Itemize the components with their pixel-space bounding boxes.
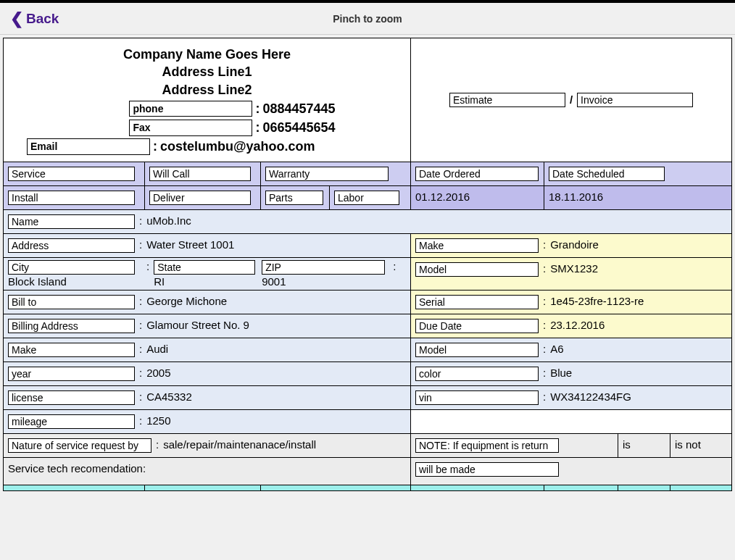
color-value: Blue bbox=[550, 367, 572, 379]
zip-label: ZIP bbox=[262, 260, 385, 275]
name-label: Name bbox=[8, 214, 135, 229]
address-label: Address bbox=[8, 238, 135, 253]
billaddr-label: Billing Address bbox=[8, 319, 135, 333]
date-ordered-label: Date Ordered bbox=[415, 167, 539, 181]
empty-cell bbox=[411, 409, 732, 433]
license-value: CA45332 bbox=[146, 390, 192, 403]
model2-label: Model bbox=[415, 343, 539, 357]
billto-value: George Michone bbox=[146, 295, 227, 307]
due-date-label: Due Date bbox=[415, 319, 539, 333]
date-ordered-value: 01.12.2016 bbox=[415, 191, 470, 203]
cyan-cell bbox=[261, 485, 411, 490]
cyan-cell bbox=[4, 485, 145, 490]
company-name: Company Name Goes Here bbox=[11, 46, 403, 63]
service-field[interactable]: Service bbox=[8, 167, 135, 181]
pinch-to-zoom-hint: Pinch to zoom bbox=[0, 13, 735, 25]
vin-label: vin bbox=[415, 390, 539, 405]
nature-label: Nature of service request by bbox=[8, 438, 151, 453]
phone-label: phone bbox=[129, 101, 252, 117]
estimate-field[interactable]: Estimate bbox=[449, 93, 565, 107]
will-call-field[interactable]: Will Call bbox=[149, 167, 251, 181]
phone-value: 0884457445 bbox=[262, 100, 335, 117]
topbar: ❮ Back Pinch to zoom bbox=[0, 3, 735, 35]
parts-field[interactable]: Parts bbox=[265, 191, 323, 205]
company-header: Company Name Goes Here Address Line1 Add… bbox=[4, 38, 410, 162]
model2-value: A6 bbox=[550, 343, 563, 355]
company-address-2: Address Line2 bbox=[11, 81, 403, 99]
email-value: costelumbu@yahoo.com bbox=[160, 138, 315, 155]
email-label: Email bbox=[27, 138, 150, 155]
name-value: uMob.Inc bbox=[146, 214, 191, 227]
due-date-value: 23.12.2016 bbox=[550, 319, 605, 331]
state-value: RI bbox=[154, 275, 259, 288]
city-value: Block Island bbox=[8, 275, 142, 288]
address-value: Water Street 1001 bbox=[146, 238, 234, 251]
billto-label: Bill to bbox=[8, 295, 135, 309]
city-label: City bbox=[8, 260, 135, 275]
invoice-field[interactable]: Invoice bbox=[577, 93, 693, 107]
mileage-label: mileage bbox=[8, 414, 135, 429]
fax-label: Fax bbox=[129, 120, 252, 136]
deliver-field[interactable]: Deliver bbox=[149, 191, 251, 205]
year-value: 2005 bbox=[146, 367, 170, 379]
color-label: color bbox=[415, 367, 539, 381]
date-scheduled-value: 18.11.2016 bbox=[549, 191, 603, 203]
serial-label: Serial bbox=[415, 295, 539, 309]
note-label: NOTE: If equipment is return bbox=[415, 438, 559, 453]
make-left-label: Make bbox=[8, 343, 135, 357]
license-label: license bbox=[8, 390, 135, 405]
billaddr-value: Glamour Street No. 9 bbox=[146, 319, 249, 331]
fax-value: 0665445654 bbox=[262, 119, 335, 136]
install-field[interactable]: Install bbox=[8, 191, 135, 205]
mileage-value: 1250 bbox=[146, 414, 170, 427]
make-right-label: Make bbox=[415, 238, 539, 253]
cyan-cell bbox=[411, 485, 544, 490]
make-right-value: Grandoire bbox=[550, 238, 599, 251]
model-right-label: Model bbox=[415, 262, 539, 277]
zip-value: 9001 bbox=[262, 275, 389, 288]
back-button[interactable]: ❮ Back bbox=[10, 11, 59, 27]
back-label: Back bbox=[26, 11, 59, 27]
cyan-cell bbox=[544, 485, 618, 490]
is-label: is bbox=[623, 438, 631, 451]
cyan-cell bbox=[145, 485, 261, 490]
cyan-cell bbox=[670, 485, 732, 490]
nature-value: sale/repair/maintenanace/install bbox=[163, 438, 316, 451]
vin-value: WX34122434FG bbox=[550, 390, 631, 403]
warranty-field[interactable]: Warranty bbox=[265, 167, 389, 181]
form-scroll-area[interactable]: Company Name Goes Here Address Line1 Add… bbox=[0, 35, 735, 560]
make-left-value: Audi bbox=[146, 343, 168, 355]
serial-value: 1e45-23fre-1123-re bbox=[550, 295, 644, 307]
chevron-left-icon: ❮ bbox=[10, 11, 23, 27]
will-be-made-label: will be made bbox=[415, 462, 559, 477]
labor-field[interactable]: Labor bbox=[334, 191, 399, 205]
company-address-1: Address Line1 bbox=[11, 63, 403, 80]
is-not-label: is not bbox=[675, 438, 701, 451]
cyan-cell bbox=[618, 485, 670, 490]
year-label: year bbox=[8, 367, 135, 381]
state-label: State bbox=[154, 260, 255, 275]
tech-reco-label: Service tech recomendation: bbox=[8, 462, 146, 475]
service-form: Company Name Goes Here Address Line1 Add… bbox=[3, 38, 732, 491]
model-right-value: SMX1232 bbox=[550, 262, 598, 275]
date-scheduled-label: Date Scheduled bbox=[549, 167, 665, 181]
slash: / bbox=[570, 93, 573, 106]
